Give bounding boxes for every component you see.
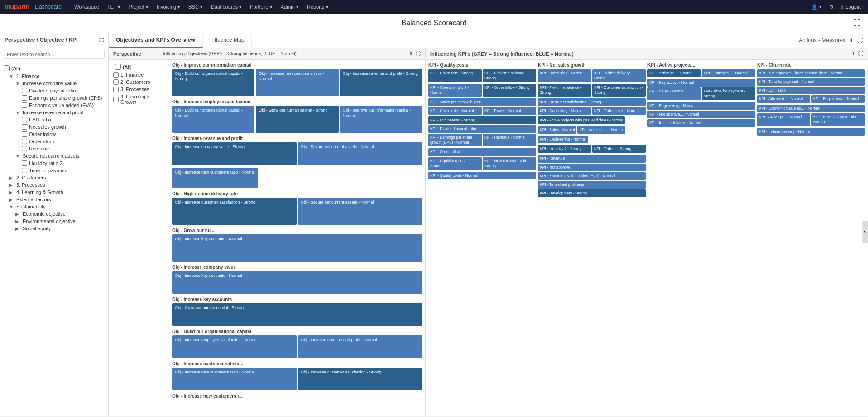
sidebar-item-external[interactable]: ▶ External factors — [0, 196, 108, 203]
sidebar-item-learning[interactable]: ▶ 4. Learning & Growth — [0, 189, 108, 196]
nav-reports[interactable]: Reports ▾ — [304, 4, 331, 10]
sidebar-item-increase-company[interactable]: ▼ Increase company value — [0, 80, 108, 87]
kpi-intime-normal-ap[interactable]: KPI - In-time delivery - Normal — [647, 119, 755, 127]
cb-perspective-processes[interactable] — [113, 87, 119, 92]
sidebar-item-eva[interactable]: Economic value added (EVA) — [0, 102, 108, 109]
kpi-active-past[interactable]: KPI - Active projects with past... — [428, 98, 536, 106]
kpi-not-approve-ap[interactable]: KPI - Not approve... - Normal — [647, 111, 755, 118]
obj-card-new-customers-normal2[interactable]: Obj - Increase new customers ratio - Nor… — [172, 368, 297, 390]
nav-invoicing[interactable]: Invoicing ▾ — [154, 4, 183, 10]
kpi-eps-normal[interactable]: KPI - Earnings per share growth (EPS) - … — [428, 134, 482, 146]
kpi-timesheet-ns[interactable]: KPI - Timesheet problems — [538, 181, 646, 189]
kpi-sales-normal-ns[interactable]: KPI - Sales - Normal — [538, 126, 576, 134]
cb-orderstock[interactable] — [22, 139, 27, 144]
all-checkbox[interactable] — [4, 65, 10, 71]
kpi-active-pr-normal-cr[interactable]: KPI - Active pr... - Normal — [757, 113, 810, 126]
obj-card-build-org-normal[interactable]: Obj - Build our organisational capital -… — [172, 106, 254, 133]
sidebar-item-processes[interactable]: ▶ 3. Processes — [0, 181, 108, 189]
upload-icon[interactable]: ⬆ — [849, 37, 854, 44]
nav-logout[interactable]: ⎋ Logout — [838, 4, 863, 10]
expand-icon2[interactable]: ⛶ — [416, 51, 421, 57]
kpi-engineering-normal-cr[interactable]: KPI - Engineering - Normal — [811, 95, 865, 103]
perspective-learning[interactable]: 4. Learning & Growth — [111, 93, 170, 106]
kpi-engineering-normal-ap[interactable]: KPI - Engineering - Normal — [647, 102, 755, 110]
perspective-all-checkbox[interactable]: (All) — [111, 63, 170, 71]
kpi-development-strong-ns[interactable]: KPI - Development - Strong — [538, 189, 646, 197]
cb-liquidity[interactable] — [22, 160, 27, 166]
sidebar-item-eps[interactable]: Earnings per share growth (EPS) — [0, 94, 108, 102]
kpi-earnings-normal[interactable]: KPI - Earnings... - Normal — [702, 69, 755, 77]
kpi-eva-normal-ns[interactable]: KPI - Economic value added (EVA) - Norma… — [538, 172, 646, 180]
kpi-orderstock-normal[interactable]: KPI - Order stock - Normal — [592, 107, 646, 115]
sidebar-item-netsales[interactable]: Net sales growth — [0, 123, 108, 131]
sidebar-item-economic-obj[interactable]: ▶ Economic objective — [0, 210, 108, 218]
sidebar-item-finance[interactable]: ▼ 1. Finance — [0, 73, 108, 80]
kpi-engineering-strong[interactable]: KPI - Engineering - Strong — [428, 116, 536, 124]
obj-card-new-customers-normal[interactable]: Obj - Increase new customers ratio - Nor… — [172, 168, 258, 188]
sidebar-item-orderinflow[interactable]: Order inflow — [0, 131, 108, 138]
kpi-consulting-normal[interactable]: KPI - Consulting - Normal — [538, 69, 591, 82]
right-collapse-btn[interactable]: › — [862, 221, 868, 243]
kpi-liq2-strong-ns[interactable]: KPI - Liquidity 2 - Strong — [538, 145, 591, 153]
cb-perspective-customers[interactable] — [113, 79, 119, 85]
cb-perspective-learning[interactable] — [113, 97, 119, 102]
dashboard-link[interactable]: Dashboard — [35, 4, 62, 10]
obj-card-key-accounts-normal[interactable]: Obj - Increase key accounts - Normal — [172, 234, 422, 262]
obj-card-improve-info-normal[interactable]: Obj - Improve our information capital - … — [340, 106, 422, 133]
upload-icon3[interactable]: ⬆ — [851, 51, 855, 57]
kpi-liq2-strong[interactable]: KPI - Liquidity ratio 2 - Strong — [428, 157, 482, 170]
kpi-order-inflow-section[interactable]: KPI - Order inflow — [428, 148, 536, 156]
cb-orderinflow[interactable] — [22, 131, 27, 137]
perspective-processes[interactable]: 3. Processes — [111, 86, 170, 93]
kpi-active-pr-strong[interactable]: KPI - Active pr... - Strong — [647, 69, 701, 77]
obj-card-grow-human-strong[interactable]: Obj - Grow our human capital - Strong — [256, 106, 338, 133]
nav-settings-icon[interactable]: ⚙ — [826, 4, 836, 10]
kpi-intime-normal-cr[interactable]: KPI - In-time delivery - Normal — [757, 128, 865, 136]
all-checkbox-item[interactable]: (All) — [0, 64, 108, 73]
kpi-consulting2-normal[interactable]: KPI - Consulting - Normal — [538, 107, 591, 115]
kpi-churn-strong[interactable]: KPI - Churn rate - Strong — [428, 69, 482, 82]
obj-card-emp-sat-normal[interactable]: Obj - Increase employee satisfaction - N… — [172, 335, 297, 358]
kpi-admin-normal-cr[interactable]: KPI - Administr... - Normal — [757, 95, 810, 103]
sidebar-item-sustainability[interactable]: ▼ Sustainability — [0, 203, 108, 210]
cb-timepayment[interactable] — [22, 168, 27, 173]
kpi-dividend-ratio[interactable]: KPI - Dividend payout ratio — [428, 125, 536, 133]
sidebar-item-revenue[interactable]: ▼ Increase revenue and profit — [0, 109, 108, 116]
sidebar-item-customers[interactable]: ▶ 2. Customers — [0, 174, 108, 181]
kpi-churn-normal[interactable]: KPI - Churn rate - Normal — [428, 107, 482, 115]
cb-eva[interactable] — [22, 102, 27, 108]
sidebar-item-liquidity[interactable]: Liquidity ratio 2 — [0, 160, 108, 167]
kpi-key-acct-normal[interactable]: KPI - Key acco... - Normal — [647, 79, 755, 87]
nav-admin[interactable]: Admin ▾ — [278, 4, 302, 10]
cb-netsales[interactable] — [22, 124, 27, 130]
obj-card-grow-human-strong2[interactable]: Obj - Grow our human capital - Strong — [172, 303, 422, 326]
kpi-customer-sat-ns[interactable]: KPI - Customer satisfaction - Strong — [538, 98, 646, 106]
expand-icon3[interactable]: ⛶ — [858, 51, 863, 57]
obj-card-company-value-strong[interactable]: Obj - Increase company value - Strong — [172, 142, 297, 165]
kpi-sales-normal-ap[interactable]: KPI - Sales - Normal — [647, 87, 701, 100]
nav-project[interactable]: Project ▾ — [126, 4, 151, 10]
kpi-flexi-strong-ns[interactable]: KPI - Flexitime balance - Strong — [538, 84, 591, 97]
nav-bsc[interactable]: BSC ▾ — [186, 4, 206, 10]
kpi-flexitime-strong[interactable]: KPI - Flexitime balance - Strong — [483, 69, 536, 82]
kpi-admin-normal-ns[interactable]: KPI - Administr... - Normal — [577, 126, 625, 134]
obj-card-secure-assets-normal[interactable]: Obj - Secure net current assets - Normal — [298, 142, 422, 165]
sidebar-item-social[interactable]: ▶ Social equity — [0, 225, 108, 232]
sidebar-item-secure[interactable]: ▼ Secure net current assets — [0, 152, 108, 160]
sidebar-item-revenue2[interactable]: Revenue — [0, 145, 108, 152]
sidebar-item-ebit[interactable]: EBIT ratio — [0, 116, 108, 123]
nav-tet[interactable]: TET ▾ — [105, 4, 124, 10]
perspective-finance[interactable]: 1. Finance — [111, 71, 170, 78]
sidebar-item-environmental[interactable]: ▶ Environmental objective — [0, 218, 108, 225]
kpi-revenue-ns[interactable]: KPI - Revenue — [538, 155, 646, 162]
perspective-customers[interactable]: 2. Customers — [111, 78, 170, 86]
obj-card-csat-strong[interactable]: Obj - Increase customer satisfaction - S… — [298, 368, 422, 390]
obj-card-increase-customers-normal[interactable]: Obj - Increase new customers ratio - Nor… — [256, 69, 338, 96]
expand-small-icon[interactable]: ⛶ — [150, 51, 155, 57]
obj-card-increase-revenue-strong[interactable]: Obj - Increase revenue and profit - Stro… — [340, 69, 422, 96]
nav-dashboards[interactable]: Dashboards ▾ — [208, 4, 245, 10]
search-input[interactable] — [4, 50, 105, 59]
obj-card-revenue-normal[interactable]: Obj - Increase revenue and profit - Norm… — [298, 335, 422, 358]
kpi-eva-normal-cr[interactable]: KPI - Economic value ad... - Normal — [757, 105, 865, 112]
cb-revenue2[interactable] — [22, 146, 27, 151]
